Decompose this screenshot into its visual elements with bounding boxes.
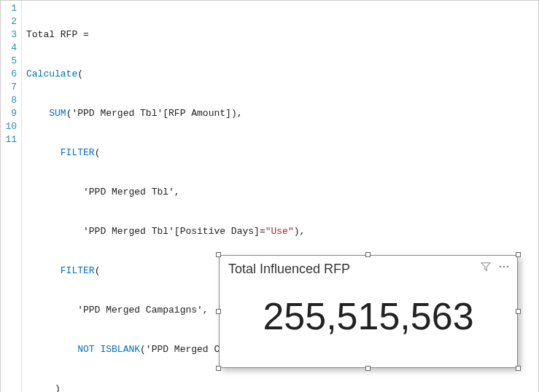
- line-num: 2: [4, 15, 17, 28]
- line-num: 8: [4, 94, 17, 107]
- line-num: 6: [4, 68, 17, 81]
- resize-handle[interactable]: [516, 252, 521, 257]
- card-value: 255,515,563: [228, 294, 508, 338]
- line-num: 10: [4, 120, 17, 133]
- visual-card-container[interactable]: Total Influenced RFP 255,515,563: [219, 255, 518, 368]
- svg-point-2: [507, 266, 509, 268]
- line-num: 3: [4, 28, 17, 42]
- code-line: 'PPD Merged Tbl',: [26, 186, 534, 199]
- more-options-icon[interactable]: [498, 262, 510, 272]
- line-num: 9: [4, 107, 17, 120]
- line-num: 5: [4, 55, 17, 68]
- line-num: 4: [4, 42, 17, 55]
- kpi-card[interactable]: Total Influenced RFP 255,515,563: [219, 255, 518, 368]
- code-line: FILTER(: [26, 146, 534, 160]
- code-line: ): [26, 383, 534, 392]
- filter-icon[interactable]: [481, 262, 491, 272]
- line-num: 11: [4, 133, 17, 146]
- resize-handle[interactable]: [516, 309, 521, 314]
- resize-handle[interactable]: [216, 309, 221, 314]
- resize-handle[interactable]: [216, 366, 221, 371]
- code-line: Calculate(: [26, 68, 534, 81]
- line-num: 7: [4, 81, 17, 94]
- card-title: Total Influenced RFP: [228, 262, 508, 277]
- resize-handle[interactable]: [516, 366, 521, 371]
- line-gutter: 1 2 3 4 5 6 7 8 9 10 11: [1, 1, 22, 392]
- svg-point-1: [503, 266, 505, 268]
- code-line: Total RFP =: [26, 28, 534, 42]
- line-num: 1: [4, 2, 17, 15]
- code-line: SUM('PPD Merged Tbl'[RFP Amount]),: [26, 107, 534, 120]
- resize-handle[interactable]: [216, 252, 221, 257]
- code-line: 'PPD Merged Tbl'[Positive Days]="Use"),: [26, 225, 534, 238]
- svg-point-0: [500, 266, 502, 268]
- resize-handle[interactable]: [365, 366, 371, 371]
- resize-handle[interactable]: [365, 252, 371, 257]
